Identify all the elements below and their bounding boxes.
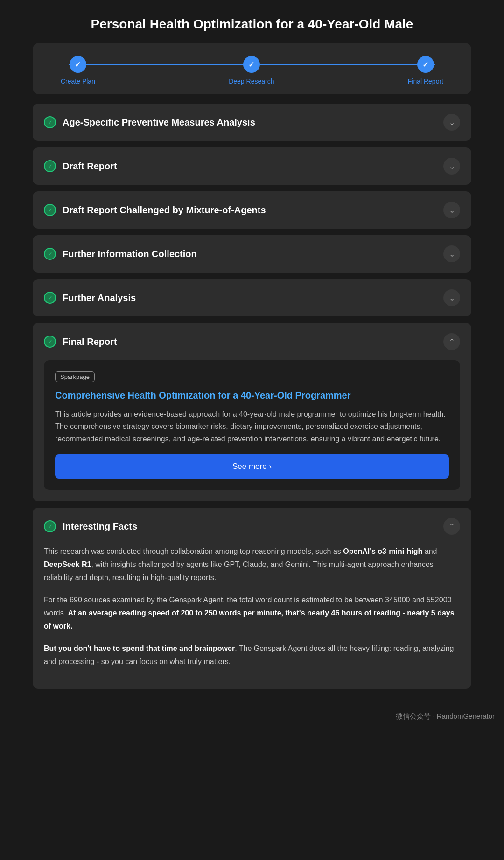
report-card: Sparkpage Comprehensive Health Optimizat… (44, 360, 460, 490)
facts-paragraph-3: But you don't have to spend that time an… (44, 642, 460, 668)
check-icon-final-report: ✓ (44, 336, 56, 348)
accordion-left-further-analysis: ✓ Further Analysis (44, 292, 136, 304)
page-title: Personal Health Optimization for a 40-Ye… (72, 0, 432, 43)
check-icon-interesting-facts: ✓ (44, 520, 56, 532)
check-icon-draft-challenged: ✓ (44, 204, 56, 216)
step-label-deep-research: Deep Research (229, 77, 274, 85)
report-title-link[interactable]: Comprehensive Health Optimization for a … (55, 389, 449, 402)
accordion-title-draft-challenged: Draft Report Challenged by Mixture-of-Ag… (63, 205, 266, 216)
accordion-left-draft-report: ✓ Draft Report (44, 160, 117, 172)
accordion-title-further-collection: Further Information Collection (63, 249, 197, 259)
check-icon-age-specific: ✓ (44, 116, 56, 128)
accordion-further-analysis: ✓ Further Analysis ⌄ (33, 279, 471, 316)
accordion-header-final-report[interactable]: ✓ Final Report ⌄ (33, 323, 471, 360)
accordion-header-draft-report[interactable]: ✓ Draft Report ⌄ (33, 147, 471, 185)
check-icon-further-collection: ✓ (44, 248, 56, 260)
accordion-draft-report: ✓ Draft Report ⌄ (33, 147, 471, 185)
facts-strong-o3: OpenAI's o3-mini-high (343, 547, 422, 555)
accordion-title-age-specific: Age-Specific Preventive Measures Analysi… (63, 117, 255, 128)
accordion-header-draft-challenged[interactable]: ✓ Draft Report Challenged by Mixture-of-… (33, 191, 471, 229)
report-description: This article provides an evidence-based … (55, 408, 449, 445)
chevron-btn-further-collection[interactable]: ⌄ (443, 245, 460, 262)
chevron-btn-final-report[interactable]: ⌄ (443, 333, 460, 350)
step-label-create-plan: Create Plan (61, 77, 95, 85)
see-more-button[interactable]: See more › (55, 454, 449, 479)
accordion-title-interesting-facts: Interesting Facts (63, 521, 137, 532)
accordion-title-final-report: Final Report (63, 336, 117, 347)
facts-strong-brainpower: But you don't have to spend that time an… (44, 644, 235, 652)
content-area: ✓ Age-Specific Preventive Measures Analy… (33, 104, 471, 707)
accordion-left-draft-challenged: ✓ Draft Report Challenged by Mixture-of-… (44, 204, 266, 216)
accordion-final-report: ✓ Final Report ⌄ Sparkpage Comprehensive… (33, 323, 471, 501)
chevron-btn-further-analysis[interactable]: ⌄ (443, 289, 460, 306)
accordion-left-further-collection: ✓ Further Information Collection (44, 248, 197, 260)
accordion-left-interesting-facts: ✓ Interesting Facts (44, 520, 137, 532)
accordion-draft-challenged: ✓ Draft Report Challenged by Mixture-of-… (33, 191, 471, 229)
facts-strong-reading: At an average reading speed of 200 to 25… (44, 609, 455, 630)
accordion-left-final-report: ✓ Final Report (44, 336, 117, 348)
check-icon-further-analysis: ✓ (44, 292, 56, 304)
step-final-report: ✓ Final Report (408, 56, 443, 85)
accordion-age-specific: ✓ Age-Specific Preventive Measures Analy… (33, 104, 471, 141)
step-circle-create-plan: ✓ (70, 56, 86, 73)
accordion-body-final-report: Sparkpage Comprehensive Health Optimizat… (33, 360, 471, 501)
progress-steps: ✓ Create Plan ✓ Deep Research ✓ Final Re… (61, 56, 443, 85)
accordion-header-further-collection[interactable]: ✓ Further Information Collection ⌄ (33, 235, 471, 273)
facts-strong-deepseek: DeepSeek R1 (44, 560, 91, 568)
accordion-title-further-analysis: Further Analysis (63, 293, 136, 303)
step-create-plan: ✓ Create Plan (61, 56, 95, 85)
step-label-final-report: Final Report (408, 77, 443, 85)
chevron-btn-draft-challenged[interactable]: ⌄ (443, 202, 460, 218)
facts-paragraph-1: This research was conducted through coll… (44, 545, 460, 584)
accordion-header-further-analysis[interactable]: ✓ Further Analysis ⌄ (33, 279, 471, 316)
accordion-further-collection: ✓ Further Information Collection ⌄ (33, 235, 471, 273)
step-deep-research: ✓ Deep Research (229, 56, 274, 85)
step-circle-deep-research: ✓ (243, 56, 260, 73)
check-icon-draft-report: ✓ (44, 160, 56, 172)
watermark: 微信公众号 · RandomGenerator (386, 707, 504, 726)
accordion-header-interesting-facts[interactable]: ✓ Interesting Facts ⌄ (33, 508, 471, 545)
interesting-facts-body: This research was conducted through coll… (33, 545, 471, 689)
progress-bar-container: ✓ Create Plan ✓ Deep Research ✓ Final Re… (33, 43, 471, 94)
facts-paragraph-2: For the 690 sources examined by the Gens… (44, 594, 460, 633)
accordion-header-age-specific[interactable]: ✓ Age-Specific Preventive Measures Analy… (33, 104, 471, 141)
accordion-left-age-specific: ✓ Age-Specific Preventive Measures Analy… (44, 116, 255, 128)
accordion-title-draft-report: Draft Report (63, 161, 117, 172)
chevron-btn-draft-report[interactable]: ⌄ (443, 158, 460, 175)
step-circle-final-report: ✓ (417, 56, 434, 73)
chevron-btn-age-specific[interactable]: ⌄ (443, 114, 460, 131)
sparkpage-badge: Sparkpage (55, 371, 95, 382)
chevron-btn-interesting-facts[interactable]: ⌄ (443, 518, 460, 535)
accordion-interesting-facts: ✓ Interesting Facts ⌄ This research was … (33, 508, 471, 689)
